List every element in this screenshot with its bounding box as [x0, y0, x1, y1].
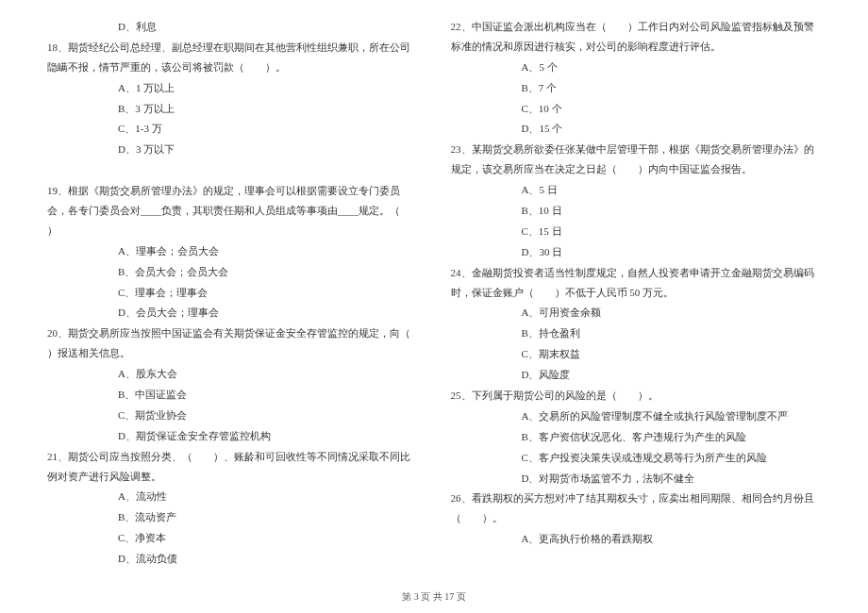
option-text: D、30 日	[451, 242, 822, 262]
question-23: 23、某期货交易所欲委任张某做中层管理干部，根据《期货交易所管理办法》的规定，该…	[451, 140, 822, 179]
question-20: 20、期货交易所应当按照中国证监会有关期货保证金安全存管监控的规定，向（ ）报送…	[47, 323, 418, 363]
question-21: 21、期货公司应当按照分类、（ ）、账龄和可回收性等不同情况采取不同比例对资产进…	[47, 447, 418, 487]
option-text: B、流动资产	[47, 507, 418, 527]
option-text: C、净资本	[47, 528, 418, 548]
right-column: 22、中国证监会派出机构应当在（ ）工作日内对公司风险监管指标触及预警标准的情况…	[451, 17, 822, 570]
option-text: D、对期货市场监管不力，法制不健全	[451, 469, 822, 489]
option-text: C、15 日	[451, 222, 822, 241]
option-text: A、交易所的风险管理制度不健全或执行风险管理制度不严	[451, 406, 822, 426]
option-text: C、期末权益	[451, 344, 822, 364]
option-text: B、中国证监会	[47, 385, 418, 405]
page-body: D、利息 18、期货经纪公司总经理、副总经理在职期间在其他营利性组织兼职，所在公…	[0, 0, 868, 577]
option-text: C、理事会；理事会	[47, 283, 418, 303]
option-text: D、流动负债	[47, 549, 418, 569]
page-footer: 第 3 页 共 17 页	[0, 588, 868, 605]
option-text: A、流动性	[47, 487, 418, 506]
option-text: C、客户投资决策失误或违规交易等行为所产生的风险	[451, 448, 822, 468]
option-text: C、10 个	[451, 99, 822, 119]
question-18: 18、期货经纪公司总经理、副总经理在职期间在其他营利性组织兼职，所在公司隐瞒不报…	[47, 38, 418, 77]
option-text: A、5 日	[451, 180, 822, 200]
option-text: C、1-3 万	[47, 119, 418, 139]
question-24: 24、金融期货投资者适当性制度规定，自然人投资者申请开立金融期货交易编码时，保证…	[451, 263, 822, 303]
option-text: B、客户资信状况恶化、客户违规行为产生的风险	[451, 427, 822, 447]
option-text: C、期货业协会	[47, 406, 418, 425]
option-text: A、更高执行价格的看跌期权	[451, 529, 822, 549]
option-text: B、7 个	[451, 78, 822, 98]
spacer	[47, 160, 418, 180]
option-text: A、股东大会	[47, 364, 418, 384]
option-text: A、理事会；会员大会	[47, 241, 418, 261]
option-text: A、1 万以上	[47, 78, 418, 98]
option-text: B、3 万以上	[47, 99, 418, 119]
option-text: D、期货保证金安全存管监控机构	[47, 426, 418, 446]
option-text: B、持仓盈利	[451, 323, 822, 343]
option-text: A、可用资金余额	[451, 303, 822, 323]
option-text: D、会员大会；理事会	[47, 303, 418, 323]
question-25: 25、下列属于期货公司的风险的是（ ）。	[451, 386, 822, 406]
option-text: B、10 日	[451, 201, 822, 221]
option-text: A、5 个	[451, 58, 822, 77]
option-text: D、利息	[47, 17, 418, 37]
question-19: 19、根据《期货交易所管理办法》的规定，理事会可以根据需要设立专门委员会，各专门…	[47, 181, 418, 240]
left-column: D、利息 18、期货经纪公司总经理、副总经理在职期间在其他营利性组织兼职，所在公…	[47, 17, 418, 570]
question-26: 26、看跌期权的买方想对冲了结其期权头寸，应卖出相同期限、相同合约月份且（ ）。	[451, 489, 822, 528]
option-text: B、会员大会；会员大会	[47, 262, 418, 282]
question-22: 22、中国证监会派出机构应当在（ ）工作日内对公司风险监管指标触及预警标准的情况…	[451, 17, 822, 57]
option-text: D、15 个	[451, 119, 822, 139]
option-text: D、风险度	[451, 365, 822, 385]
option-text: D、3 万以下	[47, 140, 418, 159]
